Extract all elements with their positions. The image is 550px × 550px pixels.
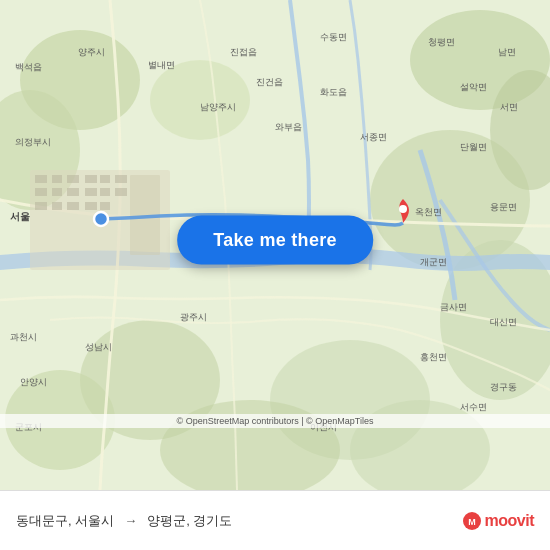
svg-text:흥천면: 흥천면	[420, 352, 447, 362]
svg-rect-26	[35, 202, 47, 210]
svg-text:안양시: 안양시	[20, 377, 47, 387]
svg-text:화도읍: 화도읍	[320, 87, 347, 97]
svg-text:와부읍: 와부읍	[275, 122, 302, 132]
svg-rect-27	[52, 202, 62, 210]
svg-rect-28	[67, 202, 79, 210]
svg-text:수동면: 수동면	[320, 32, 347, 42]
svg-rect-22	[115, 175, 127, 183]
svg-rect-19	[67, 188, 79, 196]
button-overlay: Take me there	[177, 216, 373, 265]
svg-text:옥천면: 옥천면	[415, 207, 442, 217]
footer-logo-area: M moovit	[462, 511, 534, 531]
moovit-brand-text: moovit	[485, 512, 534, 530]
footer-route-info: 동대문구, 서울시 → 양평군, 경기도	[16, 512, 232, 530]
svg-rect-16	[67, 175, 79, 183]
svg-text:경구동: 경구동	[490, 382, 517, 392]
svg-rect-24	[100, 188, 110, 196]
svg-rect-30	[100, 202, 110, 210]
svg-text:금사면: 금사면	[440, 302, 467, 312]
svg-text:개군면: 개군면	[420, 257, 447, 267]
svg-text:성남시: 성남시	[85, 342, 112, 352]
take-me-there-button[interactable]: Take me there	[177, 216, 373, 265]
svg-text:용문면: 용문면	[490, 202, 517, 212]
svg-rect-17	[35, 188, 47, 196]
footer-destination: 양평군, 경기도	[147, 512, 232, 530]
svg-rect-25	[115, 188, 127, 196]
svg-text:서면: 서면	[500, 102, 518, 112]
footer: 동대문구, 서울시 → 양평군, 경기도 M moovit	[0, 490, 550, 550]
svg-text:청평면: 청평면	[428, 37, 455, 47]
svg-text:의정부시: 의정부시	[15, 137, 51, 147]
footer-origin: 동대문구, 서울시	[16, 512, 114, 530]
svg-text:남면: 남면	[498, 47, 516, 57]
map-attribution: © OpenStreetMap contributors | © OpenMap…	[0, 414, 550, 428]
svg-text:진접읍: 진접읍	[230, 47, 257, 57]
moovit-logo: M moovit	[462, 511, 534, 531]
svg-point-12	[150, 60, 250, 140]
footer-arrow-icon: →	[124, 513, 137, 528]
svg-text:M: M	[468, 517, 476, 527]
svg-text:과천시: 과천시	[10, 332, 37, 342]
svg-text:진건읍: 진건읍	[256, 77, 283, 87]
svg-text:서수면: 서수면	[460, 402, 487, 412]
map-container: 백석읍 양주시 별내면 진접읍 수동면 청평면 남면 의정부시 진건읍 화도읍 …	[0, 0, 550, 490]
svg-rect-20	[85, 175, 97, 183]
svg-text:광주시: 광주시	[180, 312, 207, 322]
svg-text:남양주시: 남양주시	[200, 102, 236, 112]
svg-text:단월면: 단월면	[460, 142, 487, 152]
svg-text:서울: 서울	[10, 211, 30, 222]
svg-rect-14	[35, 175, 47, 183]
svg-rect-18	[52, 188, 62, 196]
svg-text:백석읍: 백석읍	[15, 62, 42, 72]
svg-text:대신면: 대신면	[490, 317, 517, 327]
svg-point-64	[399, 205, 407, 213]
svg-text:서종면: 서종면	[360, 132, 387, 142]
svg-text:별내면: 별내면	[148, 60, 175, 70]
svg-text:양주시: 양주시	[78, 47, 105, 57]
svg-rect-15	[52, 175, 62, 183]
svg-point-63	[94, 212, 108, 226]
svg-rect-23	[85, 188, 97, 196]
svg-text:설악면: 설악면	[460, 82, 487, 92]
svg-rect-29	[85, 202, 97, 210]
svg-rect-21	[100, 175, 110, 183]
moovit-logo-icon: M	[462, 511, 482, 531]
